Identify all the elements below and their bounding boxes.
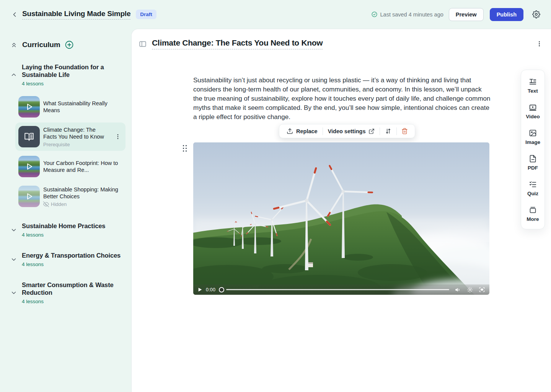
video-settings-label: Video settings (328, 128, 366, 134)
video-icon (529, 103, 537, 111)
insert-pdf-button[interactable]: PDF (528, 155, 538, 171)
book-open-icon (24, 132, 34, 142)
section-header[interactable]: Laying the Foundation for a Sustainable … (9, 63, 131, 87)
lesson-title: Your Carbon Footprint: How to Measure an… (43, 160, 122, 173)
topbar: Sustainable Living Made Simple Draft Las… (0, 0, 551, 29)
insert-quiz-button[interactable]: Quiz (527, 180, 538, 196)
plus-circle-icon (65, 40, 74, 49)
section-title: Sustainable Home Practices (22, 222, 105, 230)
curriculum-sidebar: Curriculum Laying the Foundation for a S… (0, 29, 131, 392)
play-button[interactable] (197, 287, 202, 292)
insert-image-button[interactable]: Image (525, 129, 540, 145)
image-icon (529, 129, 537, 137)
insert-text-label: Text (528, 88, 538, 94)
lesson-paragraph[interactable]: Sustainability isn’t just about recyclin… (193, 76, 491, 122)
chevron-left-icon (11, 11, 18, 18)
lesson-item-hidden[interactable]: Sustainable Shopping: Making Better Choi… (15, 182, 126, 211)
text-icon (529, 78, 537, 86)
eye-off-icon (43, 201, 49, 207)
section-header[interactable]: Sustainable Home Practices 4 lessons (9, 222, 131, 238)
check-circle-icon (371, 11, 378, 18)
lesson-item[interactable]: What Sustainability Really Means (15, 93, 126, 121)
video-time: 0:00 (206, 287, 215, 292)
block-drag-handle[interactable] (181, 144, 188, 153)
section-header[interactable]: Energy & Transportation Choices 4 lesson… (9, 252, 131, 267)
insert-video-label: Video (526, 114, 540, 119)
lesson-item-selected[interactable]: Climate Change: The Facts You Need to Kn… (15, 122, 126, 151)
insert-video-button[interactable]: Video (526, 103, 540, 119)
lesson-list: What Sustainability Really Means Climate… (9, 93, 131, 211)
chevron-down-icon (9, 255, 18, 264)
play-icon (197, 287, 202, 292)
chevron-down-icon (9, 225, 18, 235)
lesson-menu-button[interactable] (114, 133, 122, 140)
fullscreen-button[interactable] (479, 286, 485, 293)
section-lesson-count: 4 lessons (22, 299, 124, 304)
video-player[interactable]: 0:00 (193, 142, 489, 295)
video-block-toolbar: Replace Video settings (279, 124, 415, 138)
play-icon (18, 186, 40, 207)
section-title: Laying the Foundation for a Sustainable … (22, 63, 124, 78)
lesson-editor: Climate Change: The Facts You Need to Kn… (131, 29, 551, 392)
insert-more-label: More (527, 216, 539, 222)
status-badge: Draft (136, 10, 156, 19)
section-header[interactable]: Smarter Consumption & Waste Reduction 4 … (9, 281, 131, 304)
lesson-options-button[interactable] (535, 40, 543, 48)
lesson-title: Sustainable Shopping: Making Better Choi… (43, 186, 122, 200)
lesson-subtitle: Prerequisite (43, 142, 111, 147)
quiz-icon (529, 180, 537, 188)
lesson-item[interactable]: Your Carbon Footprint: How to Measure an… (15, 152, 126, 181)
sort-icon (385, 128, 391, 134)
move-block-button[interactable] (380, 124, 396, 138)
play-icon (18, 96, 40, 118)
kebab-icon (536, 40, 543, 47)
curriculum-title: Curriculum (22, 41, 60, 49)
pdf-icon (529, 155, 537, 163)
video-settings-button[interactable] (467, 287, 473, 293)
topbar-actions: Last saved 4 minutes ago Preview Publish (371, 8, 542, 21)
curriculum-section: Sustainable Home Practices 4 lessons (9, 222, 131, 238)
volume-button[interactable] (455, 287, 461, 293)
replace-label: Replace (296, 128, 318, 134)
video-thumbnail (18, 96, 40, 118)
curriculum-header: Curriculum (9, 40, 131, 49)
replace-button[interactable]: Replace (282, 124, 323, 138)
drag-dots-icon (182, 144, 187, 153)
last-saved-text: Last saved 4 minutes ago (380, 11, 443, 18)
curriculum-section: Energy & Transportation Choices 4 lesson… (9, 252, 131, 267)
section-lesson-count: 4 lessons (22, 261, 121, 267)
collapse-all-button[interactable] (9, 40, 18, 49)
lesson-title: What Sustainability Really Means (43, 100, 122, 114)
curriculum-section: Laying the Foundation for a Sustainable … (9, 63, 131, 211)
external-link-icon (368, 128, 375, 134)
back-button[interactable] (9, 9, 20, 20)
upload-icon (287, 128, 293, 134)
settings-button[interactable] (530, 9, 542, 20)
insert-more-button[interactable]: More (527, 206, 539, 222)
play-icon (18, 156, 40, 177)
gear-icon (532, 10, 540, 18)
course-title[interactable]: Sustainable Living Made Simple (22, 10, 130, 20)
volume-icon (455, 287, 461, 293)
preview-button[interactable]: Preview (449, 8, 484, 21)
insert-quiz-label: Quiz (527, 191, 538, 196)
sidebar-toggle-button[interactable] (139, 40, 147, 48)
progress-bar[interactable] (226, 289, 449, 290)
trash-icon (401, 128, 408, 134)
video-scene (193, 142, 489, 295)
insert-pdf-label: PDF (528, 165, 538, 171)
delete-block-button[interactable] (397, 124, 412, 138)
more-icon (529, 206, 537, 214)
insert-text-button[interactable]: Text (528, 78, 538, 94)
section-lesson-count: 4 lessons (22, 232, 105, 238)
scrubber-handle[interactable] (219, 287, 224, 292)
section-lesson-count: 4 lessons (22, 81, 124, 87)
hidden-label: Hidden (51, 201, 67, 207)
section-title: Smarter Consumption & Waste Reduction (22, 281, 124, 296)
page-title[interactable]: Climate Change: The Facts You Need to Kn… (152, 38, 323, 49)
publish-button[interactable]: Publish (490, 8, 523, 21)
curriculum-section: Smarter Consumption & Waste Reduction 4 … (9, 281, 131, 304)
insert-block-panel: Text Video Image PDF Quiz More (521, 70, 545, 229)
add-section-button[interactable] (65, 40, 74, 49)
video-settings-button[interactable]: Video settings (323, 124, 380, 138)
